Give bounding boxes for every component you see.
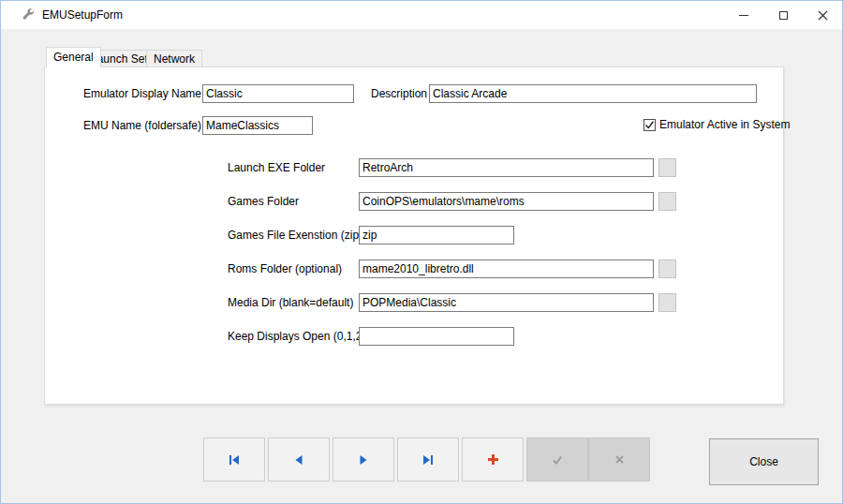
emulator-active-label: Emulator Active in System (659, 118, 790, 131)
cancel-record-button (588, 437, 650, 482)
roms-folder-browse-button[interactable] (658, 259, 676, 278)
maximize-icon (779, 11, 788, 20)
tab-general[interactable]: General (46, 47, 101, 67)
roms-folder-label: Roms Folder (optional) (228, 263, 342, 275)
games-folder-label: Games Folder (228, 196, 299, 208)
launch-exe-folder-label: Launch EXE Folder (228, 162, 325, 174)
wrench-icon (21, 7, 36, 22)
move-previous-button[interactable] (268, 437, 330, 482)
keep-displays-open-label: Keep Displays Open (0,1,2) (228, 331, 365, 343)
roms-folder-input[interactable] (359, 259, 654, 278)
emu-setup-form-window: EMUSetupForm General Launch Setup Networ… (0, 0, 843, 504)
minimize-icon (739, 15, 748, 16)
save-record-button (526, 437, 588, 482)
checkbox-checked-icon[interactable] (643, 119, 656, 131)
last-record-icon (422, 454, 435, 466)
x-icon (614, 454, 625, 465)
games-file-extension-input[interactable] (359, 226, 514, 245)
media-dir-label: Media Dir (blank=default) (228, 297, 353, 309)
launch-exe-folder-input[interactable] (359, 158, 654, 177)
minimize-button[interactable] (724, 1, 763, 29)
titlebar[interactable]: EMUSetupForm (1, 1, 842, 29)
close-button[interactable]: Close (709, 438, 819, 485)
emulator-display-name-input[interactable] (202, 84, 354, 103)
keep-displays-open-input[interactable] (359, 327, 514, 346)
close-icon (818, 10, 828, 21)
launch-exe-folder-browse-button[interactable] (658, 158, 676, 177)
move-first-button[interactable] (203, 437, 265, 482)
first-record-icon (228, 454, 241, 466)
media-dir-browse-button[interactable] (658, 293, 676, 312)
move-last-button[interactable] (397, 437, 459, 482)
add-record-button[interactable] (462, 437, 524, 482)
description-label: Description (371, 88, 427, 100)
media-dir-input[interactable] (359, 293, 654, 312)
plus-icon (487, 453, 499, 466)
emulator-active-checkbox-row[interactable]: Emulator Active in System (643, 118, 790, 131)
previous-record-icon (292, 454, 305, 466)
emu-name-input[interactable] (202, 116, 313, 135)
description-input[interactable] (429, 84, 757, 103)
games-folder-browse-button[interactable] (658, 192, 676, 211)
window-title: EMUSetupForm (42, 8, 123, 22)
close-window-button[interactable] (803, 1, 842, 29)
maximize-button[interactable] (763, 1, 803, 29)
emu-name-label: EMU Name (foldersafe) (83, 120, 201, 132)
games-folder-input[interactable] (359, 192, 654, 211)
emulator-display-name-label: Emulator Display Name (83, 88, 201, 100)
check-icon (551, 454, 564, 466)
next-record-icon (357, 454, 370, 466)
tab-network[interactable]: Network (146, 50, 202, 67)
move-next-button[interactable] (333, 437, 394, 482)
